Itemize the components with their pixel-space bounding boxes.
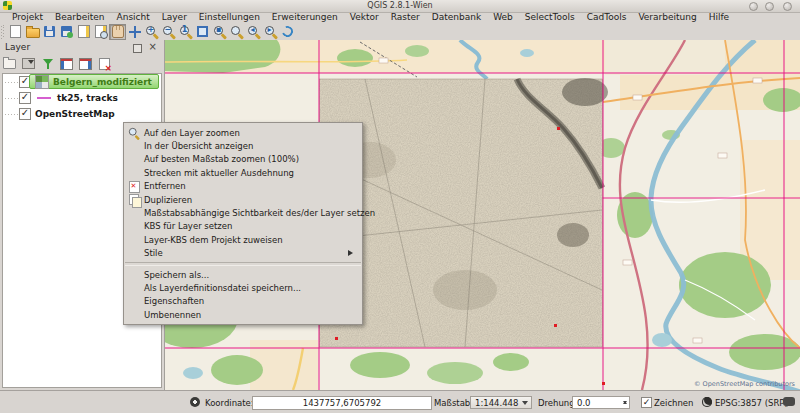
menu-stretch-current-extent[interactable]: Strecken mit aktueller Ausdehnung — [124, 166, 362, 179]
zoom-full-button[interactable] — [194, 24, 211, 40]
window-title: QGIS 2.8.1-Wien — [0, 1, 800, 10]
new-composer-icon — [78, 25, 90, 38]
rotation-spinbox[interactable]: 0.0 — [572, 396, 630, 409]
filter-funnel-icon — [42, 58, 54, 70]
menu-save-as[interactable]: Speichern als... — [124, 268, 362, 281]
save-project-as-button[interactable] — [58, 24, 75, 40]
zoom-out-button[interactable]: − — [160, 24, 177, 40]
toolbar-grip[interactable] — [1, 25, 5, 39]
layer-checkbox[interactable] — [19, 92, 31, 104]
menu-styles[interactable]: Stile — [124, 247, 362, 260]
crs-status-label[interactable]: EPSG:3857 (SRP) — [715, 398, 788, 408]
layer-context-menu: Auf den Layer zoomen In der Übersicht an… — [123, 122, 363, 325]
close-button[interactable] — [783, 2, 792, 11]
dock-float-icon[interactable] — [133, 44, 142, 53]
menu-projekt[interactable]: Projekt — [6, 12, 49, 23]
add-group-button[interactable] — [2, 57, 17, 71]
layer-visibility-icon — [22, 58, 35, 69]
render-checkbox[interactable]: ✓ — [641, 397, 652, 408]
duplicate-layer-icon — [127, 194, 141, 206]
zoom-to-layer-button[interactable] — [228, 24, 245, 40]
save-project-as-icon — [61, 26, 72, 37]
save-project-icon — [44, 26, 55, 37]
menu-scale-visibility[interactable]: Maßstabsabhängige Sichtbarkeit des/der L… — [124, 206, 362, 219]
menu-remove[interactable]: Entfernen — [124, 180, 362, 193]
new-project-button[interactable] — [7, 24, 24, 40]
layer-label[interactable]: OpenStreetMap — [35, 109, 115, 119]
crs-icon[interactable] — [702, 397, 712, 407]
menu-zoom-to-layer[interactable]: Auf den Layer zoomen — [124, 126, 362, 139]
menu-set-layer-crs[interactable]: KBS für Layer setzen — [124, 220, 362, 233]
menu-rename[interactable]: Umbenennen — [124, 308, 362, 321]
collapse-all-button[interactable] — [78, 57, 93, 71]
menu-bearbeiten[interactable]: Bearbeiten — [49, 12, 110, 23]
menu-erweiterungen[interactable]: Erweiterungen — [266, 12, 344, 23]
zoom-native-icon: 1 — [179, 25, 193, 39]
remove-layer-button[interactable] — [97, 57, 112, 71]
collapse-all-icon — [79, 58, 92, 70]
composer-manager-icon — [95, 25, 107, 38]
messages-bubble-icon[interactable] — [783, 397, 795, 406]
composer-manager-button[interactable] — [92, 24, 109, 40]
dock-close-icon[interactable]: × — [149, 41, 157, 52]
menu-show-in-overview[interactable]: In der Übersicht anzeigen — [124, 139, 362, 152]
manage-layer-visibility-button[interactable] — [21, 57, 36, 71]
menu-ansicht[interactable]: Ansicht — [111, 12, 156, 23]
raster-layer-icon — [35, 75, 49, 89]
menu-verarbeitung[interactable]: Verarbeitung — [632, 12, 702, 23]
layer-item-belgern[interactable]: Belgern_modifiziert — [3, 74, 161, 90]
filter-legend-button[interactable] — [40, 57, 55, 71]
new-composer-button[interactable] — [75, 24, 92, 40]
menu-zoom-best-scale[interactable]: Auf besten Maßstab zoomen (100%) — [124, 153, 362, 166]
pan-to-selection-icon — [129, 26, 141, 38]
layer-label[interactable]: tk25, tracks — [57, 93, 118, 103]
maximize-button[interactable] — [765, 2, 774, 11]
qgis-window: QGIS 2.8.1-Wien Projekt Bearbeiten Ansic… — [0, 0, 800, 413]
menu-hilfe[interactable]: Hilfe — [703, 12, 735, 23]
menu-layer[interactable]: Layer — [156, 12, 193, 23]
scale-label: Maßstab — [434, 398, 470, 408]
pan-to-selection-button[interactable] — [126, 24, 143, 40]
zoom-native-button[interactable]: 1 — [177, 24, 194, 40]
menu-raster[interactable]: Raster — [385, 12, 426, 23]
minimize-button[interactable] — [749, 2, 758, 11]
menu-einstellungen[interactable]: Einstellungen — [193, 12, 266, 23]
statusbar: Koordinate: Maßstab 1:144.448 Drehung: 0… — [0, 390, 800, 413]
tree-branch-line — [5, 114, 19, 115]
menu-selecttools[interactable]: SelectTools — [519, 12, 581, 23]
coordinate-capture-icon[interactable] — [190, 397, 200, 407]
zoom-full-icon — [197, 26, 208, 37]
coordinate-input[interactable] — [252, 396, 432, 410]
render-label: Zeichnen — [654, 398, 693, 408]
refresh-map-button[interactable] — [279, 24, 296, 40]
zoom-in-icon: + — [145, 25, 159, 39]
zoom-next-button[interactable]: ▸ — [262, 24, 279, 40]
menu-vektor[interactable]: Vektor — [344, 12, 385, 23]
menu-web[interactable]: Web — [487, 12, 519, 23]
menu-save-layer-definition[interactable]: Als Layerdefinitionsdatei speichern... — [124, 281, 362, 294]
coordinate-label: Koordinate: — [205, 398, 254, 408]
expand-all-button[interactable] — [59, 57, 74, 71]
layer-item-openstreetmap[interactable]: OpenStreetMap — [3, 106, 161, 122]
menu-cadtools[interactable]: CadTools — [581, 12, 633, 23]
menu-datenbank[interactable]: Datenbank — [426, 12, 487, 23]
scale-combobox[interactable]: 1:144.448 — [470, 396, 532, 409]
refresh-icon — [280, 24, 295, 39]
menu-properties[interactable]: Eigenschaften — [124, 295, 362, 308]
layers-panel-title: Layer — [5, 42, 30, 52]
zoom-to-selection-button[interactable]: ▪ — [211, 24, 228, 40]
zoom-in-button[interactable]: + — [143, 24, 160, 40]
expand-all-icon — [60, 58, 73, 70]
pan-map-button[interactable] — [109, 24, 126, 40]
layer-checkbox[interactable] — [19, 108, 31, 120]
open-project-button[interactable] — [24, 24, 41, 40]
spin-down-icon[interactable] — [623, 401, 627, 406]
save-project-button[interactable] — [41, 24, 58, 40]
main-area: Layer × Belgern_modifiziert — [0, 40, 800, 390]
menu-set-project-crs[interactable]: Layer-KBS dem Projekt zuweisen — [124, 233, 362, 246]
zoom-last-button[interactable]: ◂ — [245, 24, 262, 40]
layer-label[interactable]: Belgern_modifiziert — [53, 77, 152, 87]
menubar: Projekt Bearbeiten Ansicht Layer Einstel… — [0, 12, 800, 23]
menu-duplicate[interactable]: Duplizieren — [124, 193, 362, 206]
layer-item-tk25[interactable]: tk25, tracks — [3, 90, 161, 106]
